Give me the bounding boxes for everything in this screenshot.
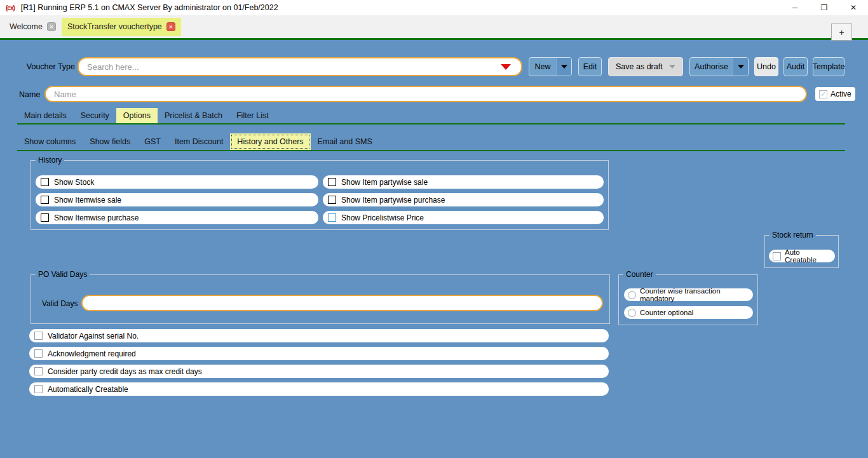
checkbox-icon[interactable] [41, 178, 49, 186]
checkbox-icon[interactable] [328, 213, 336, 222]
checkbox-label: Show Stock [54, 178, 94, 187]
checkbox-icon[interactable] [34, 385, 43, 393]
subtab-gst[interactable]: GST [137, 133, 168, 150]
checkbox-show-item-partywise-purchase[interactable]: Show Item partywise purchase [323, 193, 604, 206]
checkbox-icon[interactable] [773, 252, 781, 260]
tab-welcome-label: Welcome [10, 22, 43, 31]
checkbox-show-item-partywise-sale[interactable]: Show Item partywise sale [323, 175, 604, 189]
history-group: History Show Stock Show Itemwise sale Sh… [31, 160, 609, 230]
tab-stocktransfer-vouchertype[interactable]: StockTransfer vouchertype ✕ [62, 18, 181, 36]
tab-options[interactable]: Options [116, 108, 158, 123]
subtab-show-columns[interactable]: Show columns [17, 133, 83, 150]
checkbox-acknowledgment-required[interactable]: Acknowledgment required [29, 347, 609, 360]
tab-filter-list[interactable]: Filter List [229, 108, 276, 123]
radio-label: Counter wise transaction mandatory [640, 287, 749, 302]
tab-security[interactable]: Security [74, 108, 116, 123]
new-tab-button[interactable]: + [831, 24, 852, 41]
counter-group-title: Counter [623, 270, 656, 279]
checkbox-show-itemwise-sale[interactable]: Show Itemwise sale [36, 193, 318, 206]
checkbox-show-itemwise-purchase[interactable]: Show Itemwise purchase [36, 211, 318, 224]
voucher-dropdown-arrow-icon[interactable] [501, 64, 511, 70]
checkbox-icon[interactable] [34, 332, 43, 340]
stock-return-group-title: Stock return [770, 231, 816, 239]
name-label: Name [19, 90, 39, 99]
tab-welcome[interactable]: Welcome ✕ [4, 18, 62, 36]
authorise-dropdown-zone[interactable] [733, 58, 748, 76]
checkbox-validator-against-serial-no[interactable]: Validator Against serial No. [29, 329, 609, 342]
checkbox-icon[interactable] [41, 213, 49, 222]
history-group-title: History [36, 156, 64, 165]
name-input[interactable] [44, 86, 807, 102]
authorise-button[interactable]: Authorise [689, 57, 749, 76]
tab-pricelist-batch[interactable]: Pricelist & Batch [158, 108, 229, 123]
checkbox-label: Automatically Creatable [48, 385, 128, 394]
subtab-item-discount[interactable]: Item Discount [168, 133, 230, 150]
radio-icon[interactable] [628, 291, 636, 299]
new-dropdown-zone[interactable] [556, 58, 571, 76]
checkbox-icon[interactable] [328, 178, 336, 186]
checkbox-show-pricelistwise-price[interactable]: Show Pricelistwise Price [323, 211, 604, 224]
main-content: Voucher Type New Edit Save as draft Auth… [0, 40, 868, 458]
minimize-button[interactable]: ─ [780, 0, 810, 15]
checkbox-icon[interactable] [328, 196, 336, 204]
close-welcome-tab-icon[interactable]: ✕ [47, 22, 56, 31]
checkbox-label: Auto Creatable [785, 248, 831, 264]
main-tab-strip: Main details Security Options Pricelist … [17, 108, 845, 125]
authorise-button-label: Authorise [690, 62, 733, 71]
tab-stocktransfer-label: StockTransfer vouchertype [67, 22, 162, 31]
radio-counter-optional[interactable]: Counter optional [624, 306, 753, 319]
voucher-type-label: Voucher Type [19, 62, 75, 71]
subtab-history-and-others[interactable]: History and Others [230, 133, 310, 150]
chevron-down-icon [669, 65, 675, 69]
title-bar: (cx) [R1] Running ERP 5.1 on CMAX Server… [0, 0, 868, 15]
app-logo-icon: (cx) [6, 4, 15, 11]
po-valid-days-group: PO Valid Days Valid Days [31, 274, 610, 324]
save-as-draft-label: Save as draft [616, 62, 663, 71]
checkbox-label: Show Item partywise sale [341, 178, 428, 187]
restore-button[interactable]: ❐ [810, 0, 839, 15]
checkbox-label: Show Itemwise purchase [54, 213, 139, 222]
radio-icon[interactable] [628, 309, 636, 317]
undo-button[interactable]: Undo [754, 57, 778, 76]
chevron-down-icon [561, 65, 567, 69]
template-button-label: Template [813, 62, 845, 71]
checkbox-label: Acknowledgment required [48, 349, 136, 358]
window-title: [R1] Running ERP 5.1 on CMAX Server By a… [21, 3, 278, 12]
subtab-email-and-sms[interactable]: Email and SMS [311, 133, 379, 150]
valid-days-label: Valid Days [42, 299, 78, 308]
po-valid-days-group-title: PO Valid Days [36, 270, 90, 279]
valid-days-input[interactable] [81, 295, 603, 311]
checkbox-label: Show Pricelistwise Price [341, 213, 424, 222]
active-label: Active [831, 90, 851, 98]
new-button[interactable]: New [529, 57, 572, 76]
active-checkbox[interactable]: ✓ Active [815, 87, 855, 101]
checkbox-show-stock[interactable]: Show Stock [36, 175, 318, 189]
tab-main-details[interactable]: Main details [17, 108, 74, 123]
checkbox-label: Show Itemwise sale [54, 196, 121, 205]
checkbox-automatically-creatable[interactable]: Automatically Creatable [29, 382, 609, 396]
checkbox-icon[interactable] [34, 349, 43, 358]
template-button[interactable]: Template [813, 57, 844, 76]
checkbox-icon[interactable] [41, 196, 49, 204]
checkbox-label: Show Item partywise purchase [341, 196, 445, 205]
save-as-draft-button[interactable]: Save as draft [608, 57, 683, 76]
close-button[interactable]: ✕ [839, 0, 868, 15]
audit-button-label: Audit [787, 62, 805, 71]
checkbox-icon[interactable]: ✓ [819, 90, 827, 98]
subtab-show-fields[interactable]: Show fields [83, 133, 137, 150]
radio-label: Counter optional [640, 309, 693, 316]
voucher-type-search-input[interactable] [78, 57, 522, 76]
checkbox-icon[interactable] [34, 367, 43, 375]
stock-return-group: Stock return Auto Creatable [764, 235, 839, 268]
radio-counter-wise-transaction-mandatory[interactable]: Counter wise transaction mandatory [624, 288, 753, 301]
edit-button[interactable]: Edit [578, 57, 602, 76]
checkbox-label: Consider party credit days as max credit… [48, 367, 202, 376]
audit-button[interactable]: Audit [783, 57, 808, 76]
chevron-down-icon [738, 65, 744, 69]
tab-bar: Welcome ✕ StockTransfer vouchertype ✕ [0, 15, 868, 40]
close-stocktransfer-tab-icon[interactable]: ✕ [166, 22, 175, 31]
counter-group: Counter Counter wise transaction mandato… [618, 274, 758, 325]
checkbox-auto-creatable[interactable]: Auto Creatable [769, 250, 835, 262]
checkbox-consider-party-credit-days[interactable]: Consider party credit days as max credit… [29, 365, 609, 378]
checkbox-label: Validator Against serial No. [48, 332, 139, 340]
